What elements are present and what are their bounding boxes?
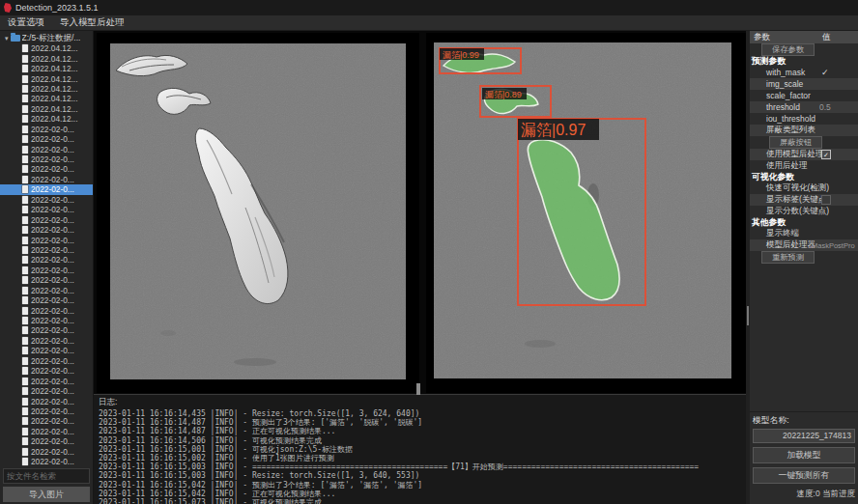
param-label: 模型后处理器: [750, 239, 815, 251]
repredict-button[interactable]: 重新预测: [761, 251, 815, 264]
import-images-button[interactable]: 导入图片: [3, 487, 90, 502]
param-label: scale_factor: [750, 91, 811, 100]
menu-settings[interactable]: 设置选项: [0, 16, 52, 29]
file-icon: [22, 378, 28, 385]
file-name-label: 2022-02-0...: [31, 416, 74, 426]
param-row[interactable]: 显示标签(关键点): [750, 194, 858, 206]
tree-file-item[interactable]: 2022.04.12...: [0, 114, 93, 124]
param-row[interactable]: threshold0.5: [750, 101, 858, 113]
tree-file-item[interactable]: 2022-02-0...: [0, 184, 93, 194]
tree-file-item[interactable]: 2022-02-0...: [0, 175, 93, 184]
file-name-label: 2022.04.12...: [31, 43, 77, 53]
tree-file-item[interactable]: 2022-02-0...: [0, 346, 93, 355]
tree-file-item[interactable]: 2022-02-0...: [0, 295, 93, 305]
tree-file-item[interactable]: 2022-02-0...: [0, 214, 93, 224]
center-column: 漏箔|0.99 漏箔|0.89 漏箔|0.97 日志: 2023-01-11 1…: [94, 31, 746, 504]
tree-file-item[interactable]: 2022.04.12...: [0, 84, 93, 94]
param-label: iou_threshold: [750, 114, 815, 124]
param-row[interactable]: 屏蔽类型列表: [750, 125, 858, 136]
file-icon: [22, 206, 28, 213]
param-row[interactable]: 显示终端: [750, 228, 858, 239]
tree-file-item[interactable]: 2022.04.12...: [0, 94, 93, 103]
tree-file-item[interactable]: 2022-02-0...: [0, 144, 93, 154]
tree-file-item[interactable]: 2022-02-0...: [0, 205, 93, 214]
param-row[interactable]: with_mask✓: [750, 67, 858, 78]
splitter-grip-icon[interactable]: [747, 306, 749, 325]
tree-file-item[interactable]: 2022-02-0...: [0, 366, 93, 376]
tree-file-item[interactable]: 2022-02-0...: [0, 134, 93, 144]
tree-file-item[interactable]: 2022.04.12...: [0, 64, 93, 73]
tree-file-item[interactable]: 2022-02-0...: [0, 275, 93, 285]
tree-file-item[interactable]: 2022-02-0...: [0, 235, 93, 244]
tree-file-item[interactable]: 2022-02-0...: [0, 416, 93, 426]
save-params-button[interactable]: 保存参数: [761, 43, 815, 56]
param-row[interactable]: 快速可视化(检测): [750, 182, 858, 194]
param-row[interactable]: iou_threshold: [750, 113, 858, 125]
tree-file-item[interactable]: 2022-02-0...: [0, 386, 93, 396]
tree-file-item[interactable]: 2022-02-0...: [0, 286, 93, 295]
menu-import-model-postprocess[interactable]: 导入模型后处理: [52, 16, 132, 29]
file-name-label: 2022-02-0...: [31, 145, 74, 154]
file-icon: [22, 75, 28, 83]
log-line: 2023-01-11 16:16:14,435 |INFO| - Resize:…: [94, 409, 746, 418]
file-icon: [22, 146, 28, 154]
tree-file-item[interactable]: 2022-02-0...: [0, 125, 93, 134]
tree-file-item[interactable]: 2022-02-0...: [0, 305, 93, 315]
tree-file-item[interactable]: 2022-02-0...: [0, 356, 93, 366]
tree-file-item[interactable]: 2022-02-0...: [0, 225, 93, 235]
tree-file-item[interactable]: 2022-02-0...: [0, 427, 93, 436]
file-name-label: 2022-02-0...: [31, 154, 74, 164]
model-name-field[interactable]: 20221225_174813: [753, 429, 855, 443]
param-row[interactable]: 使用后处理: [750, 160, 858, 172]
main-content: ▾ Z:/5-标注数据/... 2022.04.12...2022.04.12.…: [0, 31, 858, 504]
tree-file-item[interactable]: 2022.04.12...: [0, 53, 93, 63]
tree-file-item[interactable]: 2022-02-0...: [0, 316, 93, 325]
original-image-panel[interactable]: [97, 33, 419, 393]
tree-file-item[interactable]: 2022-02-0...: [0, 406, 93, 416]
param-row[interactable]: img_scale: [750, 78, 858, 90]
tree-file-item[interactable]: 2022-02-0...: [0, 195, 93, 205]
log-line: 2023-01-11 16:16:15,042 |INFO| - 正在可视化预测…: [94, 490, 746, 498]
file-icon: [22, 428, 28, 435]
tree-file-item[interactable]: 2022-02-0...: [0, 457, 93, 466]
tree-file-item[interactable]: 2022-02-0...: [0, 266, 93, 275]
predict-all-button[interactable]: 一键预测所有: [753, 467, 855, 484]
load-model-button[interactable]: 加载模型: [753, 447, 855, 463]
caret-down-icon[interactable]: ▾: [5, 35, 9, 42]
param-row[interactable]: 显示分数(关键点): [750, 206, 858, 217]
log-line: 2023-01-11 16:16:15,002 |INFO| - 使用了1张图片…: [94, 454, 746, 462]
filename-search-input[interactable]: [3, 468, 90, 484]
param-row[interactable]: scale_factor: [750, 90, 858, 101]
tree-file-item[interactable]: 2022-02-0...: [0, 447, 93, 457]
tree-file-item[interactable]: 2022-02-0...: [0, 376, 93, 385]
tree-file-item[interactable]: 2022-02-0...: [0, 245, 93, 255]
tree-root-folder[interactable]: ▾ Z:/5-标注数据/...: [0, 33, 93, 43]
file-icon: [22, 437, 28, 445]
tree-file-item[interactable]: 2022-02-0...: [0, 154, 93, 164]
tree-file-item[interactable]: 2022.04.12...: [0, 104, 93, 114]
file-icon: [22, 458, 28, 465]
param-button-row: 重新预测: [750, 251, 858, 264]
window-title: Detection_2023.1.5.1: [15, 3, 99, 13]
param-row[interactable]: 模型后处理器MaskPostPro: [750, 239, 858, 251]
file-icon: [22, 126, 28, 133]
checkbox-checked[interactable]: ✓: [821, 150, 831, 159]
mask-types-button[interactable]: 屏蔽按钮: [769, 136, 822, 149]
tree-file-item[interactable]: 2022-02-0...: [0, 325, 93, 335]
tree-file-item[interactable]: 2022-02-0...: [0, 396, 93, 406]
param-section-title: 预测参数: [750, 56, 858, 67]
tree-file-item[interactable]: 2022.04.12...: [0, 73, 93, 83]
file-icon: [22, 357, 28, 365]
prediction-image-panel[interactable]: 漏箔|0.99 漏箔|0.89 漏箔|0.97: [426, 33, 746, 393]
log-splitter-handle[interactable]: [416, 383, 420, 395]
file-name-label: 2022-02-0...: [31, 236, 74, 245]
tree-file-item[interactable]: 2022.04.12...: [0, 43, 93, 53]
log-line: 2023-01-11 16:16:15,042 |INFO| - 预测出了3个结…: [94, 481, 746, 490]
param-row[interactable]: 使用模型后处理✓: [750, 149, 858, 160]
file-name-label: 2022-02-0...: [31, 457, 74, 466]
tree-file-item[interactable]: 2022-02-0...: [0, 436, 93, 446]
tree-file-item[interactable]: 2022-02-0...: [0, 255, 93, 265]
tree-file-item[interactable]: 2022-02-0...: [0, 164, 93, 174]
checkbox-unchecked[interactable]: [821, 195, 831, 205]
tree-file-item[interactable]: 2022-02-0...: [0, 336, 93, 346]
